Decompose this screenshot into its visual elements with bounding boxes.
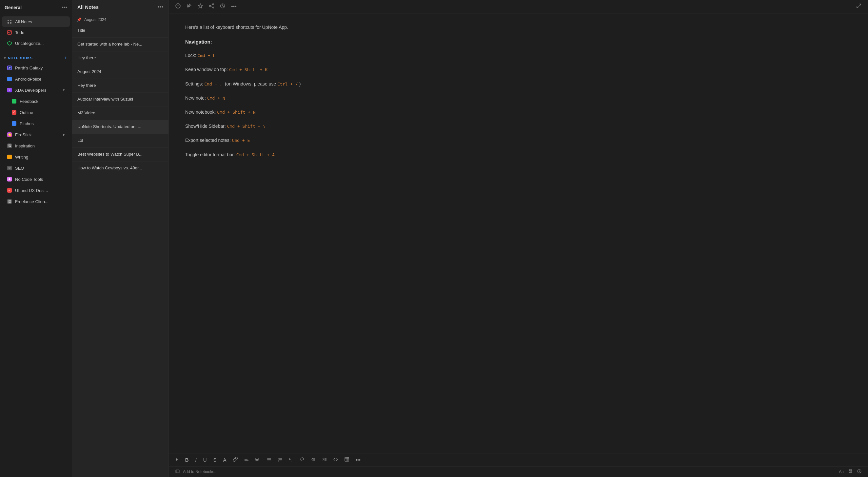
format-color-button[interactable]: A — [222, 456, 228, 464]
notebooks-section-header[interactable]: ▼ NOTEBOOKS + — [0, 52, 72, 62]
add-to-notebooks-icon — [175, 469, 180, 474]
format-more-button[interactable]: ••• — [354, 456, 363, 464]
svg-rect-47 — [849, 470, 851, 471]
add-to-notebooks-label[interactable]: Add to Notebooks... — [183, 470, 217, 474]
note-item-lol[interactable]: Lol — [72, 134, 168, 148]
sidebar-item-pitches[interactable]: Pitches — [2, 118, 70, 129]
note-hey-there-1-text: Hey there — [78, 55, 163, 60]
note-item-get-started[interactable]: Get started with a home lab - Ne... — [72, 38, 168, 52]
notes-list: All Notes ••• 📌 August 2024 Title Get st… — [72, 0, 169, 477]
format-table-button[interactable] — [343, 456, 351, 464]
font-size-icon[interactable]: Aa — [839, 470, 844, 474]
format-undo-button[interactable] — [287, 456, 295, 464]
expand-button[interactable] — [856, 3, 862, 10]
notes-list-menu-icon[interactable]: ••• — [158, 4, 163, 10]
parths-galaxy-icon: 🌌 — [6, 65, 12, 71]
format-strikethrough-button[interactable]: S — [212, 456, 218, 464]
editor-more-icon[interactable]: ••• — [231, 4, 237, 9]
sidebar-item-freelance[interactable]: 🖼 Freelance Clien... — [2, 196, 70, 207]
format-number-button[interactable]: 1. 2. 3. — [276, 456, 284, 464]
sidebar-item-outline[interactable]: ✓ Outline — [2, 107, 70, 118]
format-redo-button[interactable] — [298, 456, 306, 464]
svg-point-11 — [209, 5, 211, 6]
sidebar-header: General ••• — [0, 0, 72, 14]
format-check-button[interactable] — [254, 456, 261, 464]
editor-top-toolbar-icons: ••• — [175, 3, 237, 10]
note-item-best-websites[interactable]: Best Websites to Watch Super B... — [72, 148, 168, 161]
sidebar-item-androidpolice[interactable]: AndroidPolice — [2, 74, 70, 84]
history-icon[interactable] — [220, 3, 225, 10]
format-link-button[interactable] — [231, 456, 239, 464]
svg-text:3.: 3. — [278, 460, 279, 462]
shortcut-new-notebook: New notebook: Cmd + Shift + N — [185, 108, 851, 116]
sidebar-item-writing[interactable]: Writing — [2, 152, 70, 162]
pin-note-icon[interactable] — [187, 3, 192, 10]
sidebar-item-firestick[interactable]: 🌟 FireStick ▶ — [2, 129, 70, 140]
svg-point-12 — [212, 7, 214, 8]
sidebar-item-uncategorized[interactable]: Uncategorize... — [2, 38, 70, 49]
sidebar-item-xda-developers[interactable]: ✦ XDA Developers ▼ — [2, 85, 70, 95]
note-item-title[interactable]: Title — [72, 24, 168, 38]
format-align-button[interactable] — [243, 456, 250, 464]
sidebar-item-feedback[interactable]: Feedback — [2, 96, 70, 106]
star-note-icon[interactable] — [198, 3, 203, 10]
sidebar-item-all-notes[interactable]: All Notes — [2, 17, 70, 27]
editor-footer: Add to Notebooks... Aa — [169, 466, 868, 477]
seo-label: SEO — [15, 166, 24, 171]
svg-rect-1 — [10, 20, 11, 21]
sidebar-menu-icon[interactable]: ••• — [62, 5, 67, 10]
androidpolice-label: AndroidPolice — [15, 77, 41, 82]
sidebar-title: General — [5, 5, 22, 10]
uncategorized-icon — [6, 40, 12, 46]
all-notes-label: All Notes — [15, 19, 32, 24]
sidebar-item-ui-ux[interactable]: ✓ UI and UX Desi... — [2, 185, 70, 196]
firestick-label: FireStick — [15, 132, 32, 137]
format-code-button[interactable] — [332, 456, 340, 464]
outline-icon: ✓ — [11, 109, 17, 115]
note-item-hey-there-1[interactable]: Hey there — [72, 52, 168, 65]
svg-point-22 — [267, 458, 268, 459]
svg-line-13 — [211, 5, 212, 6]
outline-label: Outline — [20, 110, 33, 115]
shortcut-settings: Settings: Cmd + , (on Windows, please us… — [185, 80, 851, 88]
sidebar-item-seo[interactable]: ⚙ SEO — [2, 163, 70, 173]
note-item-hey-there-2[interactable]: Hey there — [72, 79, 168, 93]
note-get-started-text: Get started with a home lab - Ne... — [78, 42, 163, 46]
sidebar-item-no-code-tools[interactable]: ✚ No Code Tools — [2, 174, 70, 185]
add-note-icon[interactable] — [175, 3, 181, 10]
svg-marker-5 — [7, 41, 11, 45]
editor-toolbar-top: ••• — [169, 0, 868, 13]
sidebar-item-inspiration[interactable]: 🖼 Inspiration — [2, 140, 70, 151]
pitches-icon — [11, 121, 17, 126]
note-item-m2-video[interactable]: M2 Video — [72, 106, 168, 120]
navigation-heading: Navigation: — [185, 37, 851, 46]
sidebar-item-todo[interactable]: Todo — [2, 27, 70, 38]
format-bullet-button[interactable] — [265, 456, 273, 464]
share-icon[interactable] — [209, 3, 214, 10]
editor-content[interactable]: Here's a list of keyboard shortcuts for … — [169, 13, 868, 453]
uncategorized-label: Uncategorize... — [15, 41, 43, 46]
format-indent-left-button[interactable] — [309, 456, 317, 464]
note-item-cowboys[interactable]: How to Watch Cowboys vs. 49er... — [72, 161, 168, 175]
androidpolice-icon — [6, 76, 12, 82]
format-bold-button[interactable]: B — [184, 456, 190, 464]
format-underline-button[interactable]: U — [202, 456, 209, 464]
todo-icon — [6, 30, 12, 35]
parths-galaxy-label: Parth's Galaxy — [15, 66, 42, 70]
print-icon[interactable] — [848, 469, 852, 474]
note-item-august-2024[interactable]: August 2024 — [72, 65, 168, 79]
info-icon[interactable] — [857, 469, 862, 474]
note-item-title-text: Title — [78, 28, 163, 33]
notebooks-chevron: ▼ — [3, 56, 6, 60]
format-h-button[interactable]: H — [174, 457, 180, 463]
svg-rect-2 — [7, 22, 9, 24]
note-item-upnote-shortcuts[interactable]: UpNote Shortcuts. Updated on: ... — [72, 120, 168, 134]
note-item-autocar[interactable]: Autocar Interview with Suzuki — [72, 93, 168, 106]
xda-chevron: ▼ — [62, 89, 65, 92]
sidebar-item-parths-galaxy[interactable]: 🌌 Parth's Galaxy — [2, 63, 70, 73]
format-italic-button[interactable]: I — [194, 456, 198, 464]
format-indent-right-button[interactable] — [320, 456, 329, 464]
note-lol-text: Lol — [78, 138, 163, 143]
svg-point-24 — [267, 459, 268, 460]
add-notebook-button[interactable]: + — [64, 55, 67, 61]
